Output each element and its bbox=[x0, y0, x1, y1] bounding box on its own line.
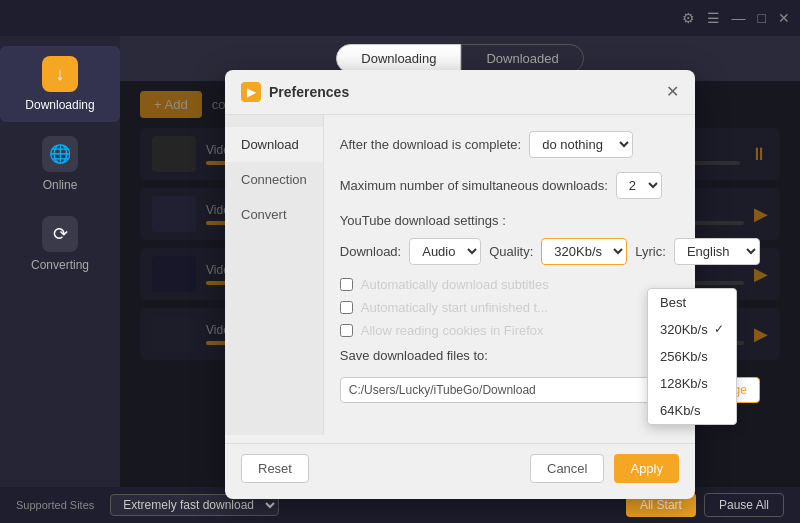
checkbox-cookies[interactable] bbox=[340, 324, 353, 337]
yt-settings-row: Download: Audio Video Quality: Best 320K… bbox=[340, 238, 760, 265]
dialog-title: Preferences bbox=[269, 84, 658, 100]
maximize-icon[interactable]: □ bbox=[758, 10, 766, 26]
minimize-icon[interactable]: — bbox=[732, 10, 746, 26]
titlebar: ⚙ ☰ — □ ✕ bbox=[0, 0, 800, 36]
dialog-footer: Reset Cancel Apply bbox=[225, 443, 695, 483]
quality-dropdown: Best 320Kb/s ✓ 256Kb/s 128Kb/s bbox=[647, 288, 737, 425]
dropdown-item-256[interactable]: 256Kb/s bbox=[648, 343, 736, 370]
apply-button[interactable]: Apply bbox=[614, 454, 679, 483]
main-content: Downloading Downloaded + Add convert to:… bbox=[120, 36, 800, 487]
menu-icon[interactable]: ☰ bbox=[707, 10, 720, 26]
yt-section-title: YouTube download settings : bbox=[340, 213, 760, 228]
sidebar-label-online: Online bbox=[43, 178, 78, 192]
sidebar-label-downloading: Downloading bbox=[25, 98, 94, 112]
quality-label: Quality: bbox=[489, 244, 533, 259]
online-icon: 🌐 bbox=[42, 136, 78, 172]
lyric-select[interactable]: English Chinese bbox=[674, 238, 760, 265]
sidebar-label-converting: Converting bbox=[31, 258, 89, 272]
max-downloads-row: Maximum number of simultaneous downloads… bbox=[340, 172, 760, 199]
dropdown-item-128[interactable]: 128Kb/s bbox=[648, 370, 736, 397]
dialog-nav: Download Connection Convert bbox=[225, 115, 324, 435]
dialog-header: ▶ Preferences ✕ bbox=[225, 70, 695, 115]
settings-icon[interactable]: ⚙ bbox=[682, 10, 695, 26]
after-download-label: After the download is complete: bbox=[340, 137, 521, 152]
max-downloads-select[interactable]: 1 2 3 bbox=[616, 172, 662, 199]
checkbox-unfinished[interactable] bbox=[340, 301, 353, 314]
cancel-button[interactable]: Cancel bbox=[530, 454, 604, 483]
reset-button[interactable]: Reset bbox=[241, 454, 309, 483]
convert-icon: ⟳ bbox=[42, 216, 78, 252]
dialog-close-button[interactable]: ✕ bbox=[666, 82, 679, 101]
dropdown-item-320[interactable]: 320Kb/s ✓ bbox=[648, 316, 736, 343]
dialog-body: Download Connection Convert After the do… bbox=[225, 115, 695, 435]
pref-nav-convert[interactable]: Convert bbox=[225, 197, 323, 232]
download-type-label: Download: bbox=[340, 244, 401, 259]
lyric-label: Lyric: bbox=[635, 244, 666, 259]
close-icon[interactable]: ✕ bbox=[778, 10, 790, 26]
after-download-row: After the download is complete: do nothi… bbox=[340, 131, 760, 158]
modal-overlay: ▶ Preferences ✕ Download Connection Conv… bbox=[120, 81, 800, 487]
quality-select[interactable]: Best 320Kb/s 256Kb/s 128Kb/s 64Kb/s bbox=[541, 238, 627, 265]
preferences-dialog: ▶ Preferences ✕ Download Connection Conv… bbox=[225, 70, 695, 499]
checkbox-unfinished-label: Automatically start unfinished t... bbox=[361, 300, 548, 315]
after-download-select[interactable]: do nothing open folder shutdown bbox=[529, 131, 633, 158]
download-type-select[interactable]: Audio Video bbox=[409, 238, 481, 265]
content-area: + Add convert to: Android Tables Video i… bbox=[120, 81, 800, 487]
sidebar-item-downloading[interactable]: ↓ Downloading bbox=[0, 46, 120, 122]
pref-nav-connection[interactable]: Connection bbox=[225, 162, 323, 197]
max-downloads-label: Maximum number of simultaneous downloads… bbox=[340, 178, 608, 193]
pause-all-button[interactable]: Pause All bbox=[704, 493, 784, 517]
checkbox-cookies-label: Allow reading cookies in Firefox bbox=[361, 323, 544, 338]
check-icon: ✓ bbox=[714, 322, 724, 336]
checkbox-subtitles[interactable] bbox=[340, 278, 353, 291]
app-logo: ▶ bbox=[241, 82, 261, 102]
app-layout: ↓ Downloading 🌐 Online ⟳ Converting Down… bbox=[0, 36, 800, 487]
supported-sites-link[interactable]: Supported Sites bbox=[16, 499, 94, 511]
sidebar-item-converting[interactable]: ⟳ Converting bbox=[0, 206, 120, 282]
save-path-input[interactable] bbox=[340, 377, 684, 403]
dropdown-item-best[interactable]: Best bbox=[648, 289, 736, 316]
pref-nav-download[interactable]: Download bbox=[225, 127, 323, 162]
sidebar: ↓ Downloading 🌐 Online ⟳ Converting bbox=[0, 36, 120, 487]
sidebar-item-online[interactable]: 🌐 Online bbox=[0, 126, 120, 202]
dropdown-item-64[interactable]: 64Kb/s bbox=[648, 397, 736, 424]
checkbox-subtitles-label: Automatically download subtitles bbox=[361, 277, 549, 292]
download-icon: ↓ bbox=[42, 56, 78, 92]
